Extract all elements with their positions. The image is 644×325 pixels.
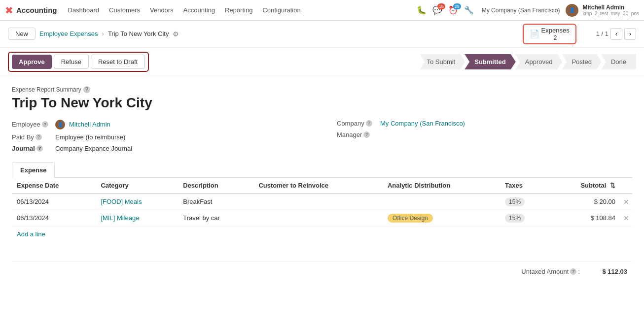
row1-customer [253,194,383,210]
user-avatar: 👤 [566,4,578,17]
employee-value[interactable]: Mitchell Admin [69,121,110,128]
company-row: Company ? My Company (San Francisco) [337,120,632,127]
refuse-button[interactable]: Refuse [54,55,89,69]
action-buttons-group: Approve Refuse Reset to Draft [8,52,149,72]
help-icon-employee[interactable]: ? [42,121,48,128]
fields-right: Company ? My Company (San Francisco) Man… [337,120,632,152]
main-content: Expense Report Summary ? Trip To New Yor… [0,76,644,291]
col-subtotal: Subtotal ⇅ [548,178,620,194]
col-actions-header [620,178,632,194]
col-customer: Customer to Reinvoice [253,178,383,194]
chat-icon[interactable]: 💬 15 [432,5,442,15]
totals-row: Untaxed Amount ? : $ 112.03 [12,261,632,281]
tabs-bar: Expense [12,162,632,178]
nav-accounting[interactable]: Accounting [179,4,219,16]
status-posted[interactable]: Posted [562,54,601,69]
manager-label: Manager ? [337,131,376,138]
employee-label: Employee ? [12,121,51,128]
row1-category[interactable]: [FOOD] Meals [96,194,178,210]
employee-row: Employee ? 👤 Mitchell Admin [12,120,307,130]
gear-icon[interactable]: ⚙ [173,30,179,38]
row1-tax-badge[interactable]: 15% [505,197,525,206]
breadcrumb-bar: New Employee Expenses › Trip To New York… [0,21,644,48]
fields-grid: Employee ? 👤 Mitchell Admin Paid By ? Em… [12,120,632,152]
nav-configuration[interactable]: Configuration [258,4,304,16]
company-label: Company ? [337,120,376,127]
username: Mitchell Admin [582,4,639,11]
nav-customers[interactable]: Customers [105,4,144,16]
top-nav: ✖ Accounting Dashboard Customers Vendors… [0,0,644,21]
wrench-icon[interactable]: 🔧 [464,5,474,15]
row1-delete[interactable]: ✕ [620,194,632,210]
row2-analytic: Office Design [383,210,500,226]
company-value[interactable]: My Company (San Francisco) [380,120,465,127]
pager: 1 / 1 ‹ › [596,28,636,40]
col-analytic: Analytic Distribution [383,178,500,194]
reset-draft-button[interactable]: Reset to Draft [91,55,145,69]
help-icon-manager[interactable]: ? [363,131,370,138]
row2-customer [253,210,383,226]
journal-row: Journal ? Company Expance Journal [12,145,307,152]
help-icon-company[interactable]: ? [366,120,372,127]
pager-prev[interactable]: ‹ [610,28,622,40]
row1-date: 06/13/2024 [12,194,96,210]
row1-taxes: 15% [500,194,548,210]
employee-avatar: 👤 [55,120,65,130]
row1-subtotal: $ 20.00 [548,194,620,210]
action-status-row: Approve Refuse Reset to Draft To Submit … [0,48,644,76]
help-icon-report[interactable]: ? [83,86,90,93]
status-to-submit[interactable]: To Submit [420,54,465,69]
clock-badge: 29 [453,3,461,9]
row2-delete[interactable]: ✕ [620,210,632,226]
pager-next[interactable]: › [624,28,636,40]
breadcrumb-parent[interactable]: Employee Expenses [39,30,98,37]
status-done[interactable]: Done [601,54,636,69]
report-label: Expense Report Summary [12,86,81,93]
analytic-badge[interactable]: Office Design [388,214,433,223]
nav-vendors[interactable]: Vendors [146,4,178,16]
status-submitted[interactable]: Submitted [465,54,516,69]
clock-icon[interactable]: ⏰ 29 [448,5,458,15]
delete-icon[interactable]: ✕ [623,198,629,206]
help-icon-journal[interactable]: ? [36,145,43,152]
untaxed-label: Untaxed Amount ? : [521,268,580,275]
journal-value: Company Expance Journal [55,145,132,152]
row1-analytic [383,194,500,210]
delete-icon[interactable]: ✕ [623,214,629,222]
help-icon-untaxed[interactable]: ? [570,268,576,275]
user-info: Mitchell Admin kmp_2_test_may_30_pos [582,4,639,16]
row2-tax-badge[interactable]: 15% [505,214,525,223]
col-expense-date: Expense Date [12,178,96,194]
new-button[interactable]: New [8,28,36,40]
row2-subtotal: $ 108.84 [548,210,620,226]
expenses-button[interactable]: 📄Expenses2 [524,25,575,43]
nav-reporting[interactable]: Reporting [221,4,256,16]
expenses-widget[interactable]: 📄Expenses2 [523,24,576,44]
add-line[interactable]: Add a line [12,227,50,242]
approve-button[interactable]: Approve [12,55,52,69]
status-pipeline: To Submit Submitted Approved Posted Done [420,54,636,69]
nav-dashboard[interactable]: Dashboard [64,4,104,16]
expense-table: Expense Date Category Description Custom… [12,178,632,227]
row2-description: Travel by car [178,210,253,226]
row2-category[interactable]: [MIL] Mileage [96,210,178,226]
status-approved[interactable]: Approved [515,54,563,69]
tab-expense[interactable]: Expense [12,162,55,178]
col-category: Category [96,178,178,194]
journal-label: Journal ? [12,145,51,152]
row2-date: 06/13/2024 [12,210,96,226]
sort-icon[interactable]: ⇅ [610,182,615,189]
user-db: kmp_2_test_may_30_pos [582,11,639,16]
col-taxes: Taxes [500,178,548,194]
untaxed-value: $ 112.03 [588,268,627,275]
debug-icon[interactable]: 🐛 [417,5,427,15]
fields-left: Employee ? 👤 Mitchell Admin Paid By ? Em… [12,120,307,152]
breadcrumb-separator: › [102,30,104,37]
chat-badge: 15 [437,3,445,9]
breadcrumb-current: Trip To New York City [108,30,169,37]
help-icon-paid[interactable]: ? [36,134,42,140]
report-label-row: Expense Report Summary ? [12,86,632,93]
manager-row: Manager ? [337,131,632,138]
row1-description: BreakFast [178,194,253,210]
row2-taxes: 15% [500,210,548,226]
